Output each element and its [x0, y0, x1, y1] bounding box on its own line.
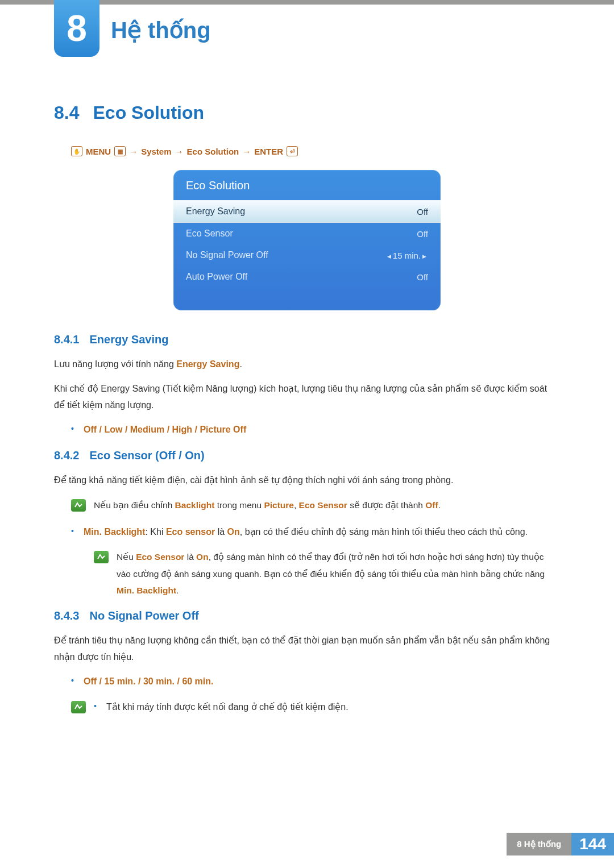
note-bullet-list: Tắt khi máy tính được kết nối đang ở chế…	[94, 699, 349, 716]
osd-row-value: ◀15 min.▶	[385, 251, 428, 260]
note-icon	[71, 499, 86, 512]
note-block: Tắt khi máy tính được kết nối đang ở chế…	[71, 699, 560, 724]
subsection-number: 8.4.3	[54, 609, 79, 622]
osd-title: Eco Solution	[173, 170, 441, 200]
osd-row[interactable]: Auto Power OffOff	[173, 266, 441, 288]
left-triangle-icon: ◀	[387, 254, 391, 259]
chapter-number-tab: 8	[54, 0, 99, 57]
enter-icon: ⏎	[287, 146, 298, 156]
osd-row[interactable]: Energy SavingOff	[173, 200, 441, 223]
osd-row-value: Off	[417, 207, 428, 217]
bullet-list: Min. Backlight: Khi Eco sensor là On, bạ…	[71, 524, 560, 541]
section-number: 8.4	[54, 102, 79, 123]
osd-row-label: Eco Sensor	[186, 229, 233, 239]
menu-grid-icon: ▦	[114, 146, 126, 156]
body-text: Lưu năng lượng với tính năng Energy Savi…	[54, 356, 560, 373]
osd-row-value: Off	[417, 229, 428, 239]
nav-arrow: →	[242, 147, 251, 156]
option-list: Off / 15 min. / 30 min. / 60 min.	[71, 673, 560, 690]
note-block: Nếu bạn điều chỉnh Backlight trong menu …	[71, 497, 560, 513]
right-triangle-icon: ▶	[422, 254, 426, 259]
footer-breadcrumb: 8 Hệ thống	[507, 833, 571, 855]
osd-row-label: Energy Saving	[186, 206, 245, 217]
option-item: Off / 15 min. / 30 min. / 60 min.	[71, 673, 560, 690]
subsection-number: 8.4.1	[54, 333, 79, 346]
note-icon	[94, 551, 109, 563]
osd-panel: Eco Solution Energy SavingOffEco SensorO…	[173, 170, 441, 310]
subsection-heading-841: 8.4.1Energy Saving	[54, 333, 560, 346]
note-block-nested: Nếu Eco Sensor là On, độ sáng màn hình c…	[94, 549, 560, 599]
osd-row-value: Off	[417, 272, 428, 282]
osd-row[interactable]: No Signal Power Off◀15 min.▶	[173, 244, 441, 266]
body-text: Để tăng khả năng tiết kiệm điện, cài đặt…	[54, 472, 560, 489]
nav-arrow: →	[175, 147, 184, 156]
nav-eco-solution: Eco Solution	[187, 147, 239, 156]
subsection-heading-842: 8.4.2Eco Sensor (Off / On)	[54, 449, 560, 462]
nav-menu-label: MENU	[86, 147, 111, 156]
option-item: Off / Low / Medium / High / Picture Off	[71, 421, 560, 438]
section-heading: 8.4Eco Solution	[54, 102, 560, 123]
section-title: Eco Solution	[93, 102, 204, 123]
subsection-heading-843: 8.4.3No Signal Power Off	[54, 609, 560, 622]
nav-system: System	[141, 147, 171, 156]
subsection-title: Energy Saving	[89, 333, 168, 346]
chapter-title: Hệ thống	[111, 17, 211, 43]
page-footer: 8 Hệ thống 144	[507, 833, 614, 855]
remote-icon: ✋	[71, 146, 82, 156]
nav-arrow: →	[129, 147, 138, 156]
note-text: Nếu Eco Sensor là On, độ sáng màn hình c…	[117, 549, 560, 599]
body-text: Khi chế độ Energy Saving (Tiết kiệm Năng…	[54, 381, 560, 414]
note-icon	[71, 701, 86, 713]
osd-row-label: Auto Power Off	[186, 272, 247, 282]
option-list: Off / Low / Medium / High / Picture Off	[71, 421, 560, 438]
page-number: 144	[571, 833, 614, 855]
body-text: Để tránh tiêu thụ năng lượng không cần t…	[54, 633, 560, 666]
subsection-title: Eco Sensor (Off / On)	[89, 449, 204, 462]
osd-row[interactable]: Eco SensorOff	[173, 223, 441, 244]
subsection-title: No Signal Power Off	[89, 609, 198, 622]
nav-enter-label: ENTER	[254, 147, 283, 156]
note-bullet-item: Tắt khi máy tính được kết nối đang ở chế…	[94, 699, 349, 716]
page-content: 8.4Eco Solution ✋ MENU ▦ → System → Eco …	[54, 102, 560, 734]
osd-row-label: No Signal Power Off	[186, 250, 268, 260]
menu-navigation-path: ✋ MENU ▦ → System → Eco Solution → ENTER…	[71, 146, 560, 156]
bullet-item: Min. Backlight: Khi Eco sensor là On, bạ…	[71, 524, 560, 541]
note-text: Nếu bạn điều chỉnh Backlight trong menu …	[94, 497, 441, 513]
subsection-number: 8.4.2	[54, 449, 79, 462]
